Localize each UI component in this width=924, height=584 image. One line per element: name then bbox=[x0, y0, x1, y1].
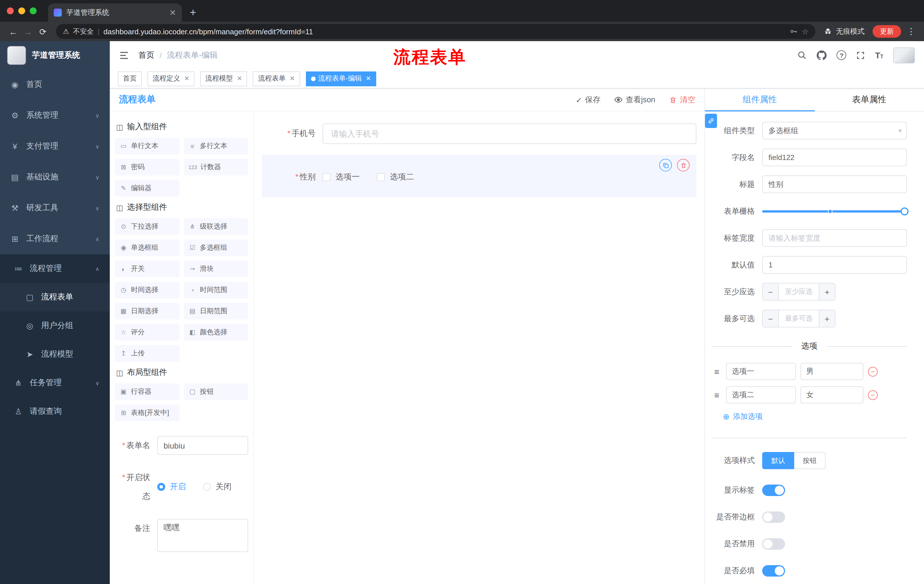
component-row-container[interactable]: ▣行容器 bbox=[115, 383, 179, 400]
title-input[interactable] bbox=[762, 175, 907, 193]
component-select[interactable]: ⊙下拉选择 bbox=[115, 218, 179, 235]
link-field-button[interactable] bbox=[705, 114, 717, 128]
sidebar-item-home[interactable]: ◉ 首页 bbox=[0, 69, 110, 100]
widget-phone[interactable]: *手机号 bbox=[262, 118, 696, 149]
address-bar[interactable]: ⚠ 不安全 | dashboard.yudao.iocoder.cn/bpm/m… bbox=[56, 24, 815, 39]
tag-process-model[interactable]: 流程模型 ✕ bbox=[200, 71, 247, 86]
component-time-picker[interactable]: ◷时间选择 bbox=[115, 282, 179, 298]
remove-option-button[interactable]: − bbox=[868, 367, 878, 376]
slider-handle[interactable] bbox=[901, 207, 909, 215]
browser-tab[interactable]: 芋道管理系统 ✕ bbox=[48, 3, 182, 22]
new-tab-button[interactable]: + bbox=[190, 7, 196, 18]
search-icon[interactable] bbox=[797, 50, 807, 60]
remove-option-button[interactable]: − bbox=[868, 390, 878, 400]
tag-process-definition[interactable]: 流程定义 ✕ bbox=[147, 71, 195, 86]
back-icon[interactable]: ← bbox=[6, 27, 21, 36]
breadcrumb-home[interactable]: 首页 bbox=[139, 50, 154, 60]
default-value-input[interactable] bbox=[762, 256, 907, 274]
sidebar-item-system[interactable]: ⚙ 系统管理 ∨ bbox=[0, 100, 110, 131]
option-value-input[interactable] bbox=[800, 363, 863, 380]
tab-close-icon[interactable]: ✕ bbox=[170, 8, 176, 16]
component-single-text[interactable]: ▭单行文本 bbox=[115, 138, 179, 154]
tag-process-form[interactable]: 流程表单 ✕ bbox=[253, 71, 300, 86]
sidebar-item-leave-query[interactable]: ♙ 请假查询 bbox=[0, 397, 110, 426]
component-type-select[interactable]: ▾ bbox=[762, 122, 907, 140]
component-type-value[interactable] bbox=[762, 122, 907, 140]
component-color-picker[interactable]: ◧颜色选择 bbox=[184, 324, 248, 341]
border-switch[interactable] bbox=[762, 512, 785, 523]
checkbox-option-2[interactable]: 选项二 bbox=[377, 172, 414, 182]
style-default-button[interactable]: 默认 bbox=[762, 452, 794, 469]
help-icon[interactable]: ? bbox=[837, 50, 846, 60]
component-switch[interactable]: ◐开关 bbox=[115, 261, 179, 277]
copy-widget-button[interactable] bbox=[659, 159, 672, 171]
decrease-button[interactable]: − bbox=[763, 310, 779, 327]
sidebar-item-workflow[interactable]: ⊞ 工作流程 ∧ bbox=[0, 224, 110, 254]
sidebar-item-process-mgmt[interactable]: ≔ 流程管理 ∧ bbox=[0, 254, 110, 283]
update-button[interactable]: 更新 bbox=[873, 25, 901, 38]
option-label-input[interactable] bbox=[726, 386, 796, 403]
radio-open[interactable]: 开启 bbox=[157, 482, 186, 492]
component-checkbox-group[interactable]: ☑多选框组 bbox=[184, 239, 248, 256]
forward-icon[interactable]: → bbox=[21, 27, 35, 36]
tag-process-form-edit[interactable]: 流程表单-编辑 ✕ bbox=[305, 71, 376, 86]
increase-button[interactable]: + bbox=[819, 283, 835, 300]
component-counter[interactable]: 123计数器 bbox=[184, 159, 248, 175]
option-value-input[interactable] bbox=[800, 386, 863, 403]
component-date-picker[interactable]: ▦日期选择 bbox=[115, 303, 179, 319]
sidebar-item-devtools[interactable]: ⚒ 研发工具 ∨ bbox=[0, 192, 110, 224]
sidebar-item-process-form[interactable]: ▢ 流程表单 bbox=[0, 283, 110, 311]
password-key-icon[interactable] bbox=[790, 28, 798, 35]
style-button-button[interactable]: 按钮 bbox=[794, 452, 826, 469]
component-button[interactable]: ▢按钮 bbox=[184, 383, 248, 400]
github-icon[interactable] bbox=[817, 50, 827, 60]
component-editor[interactable]: ✎编辑器 bbox=[115, 180, 179, 197]
show-label-switch[interactable] bbox=[762, 485, 785, 496]
close-icon[interactable]: ✕ bbox=[290, 76, 295, 82]
phone-input[interactable] bbox=[322, 123, 696, 144]
checkbox-option-1[interactable]: 选项一 bbox=[322, 172, 360, 182]
reload-icon[interactable]: ⟳ bbox=[35, 27, 50, 36]
minimize-window-button[interactable] bbox=[18, 7, 25, 14]
grid-slider[interactable] bbox=[762, 202, 907, 220]
decrease-button[interactable]: − bbox=[763, 283, 779, 300]
component-slider[interactable]: ⊸滑块 bbox=[184, 261, 248, 277]
label-width-input[interactable] bbox=[762, 229, 907, 247]
sidebar-item-user-group[interactable]: ◎ 用户分组 bbox=[0, 311, 110, 340]
tag-home[interactable]: 首页 bbox=[118, 71, 142, 86]
sidebar-item-infra[interactable]: ▤ 基础设施 ∨ bbox=[0, 162, 110, 192]
increase-button[interactable]: + bbox=[819, 310, 835, 327]
form-remark-input[interactable]: 嘿嘿 bbox=[157, 519, 248, 552]
drag-handle-icon[interactable]: ≡ bbox=[712, 390, 722, 400]
radio-closed[interactable]: 关闭 bbox=[203, 482, 231, 492]
bookmark-star-icon[interactable]: ☆ bbox=[802, 27, 808, 36]
browser-menu-icon[interactable]: ⋮ bbox=[907, 26, 916, 36]
component-time-range[interactable]: ◔时间范围 bbox=[184, 282, 248, 298]
save-button[interactable]: ✓ 保存 bbox=[576, 95, 601, 105]
fullscreen-icon[interactable] bbox=[856, 51, 865, 60]
view-json-button[interactable]: 查看json bbox=[614, 95, 655, 105]
max-select-placeholder[interactable]: 最多可选 bbox=[779, 310, 819, 327]
font-size-icon[interactable]: TT bbox=[875, 50, 883, 60]
component-rate[interactable]: ☆评分 bbox=[115, 324, 179, 341]
sidebar-item-process-model[interactable]: ➤ 流程模型 bbox=[0, 340, 110, 368]
field-name-input[interactable] bbox=[762, 148, 907, 166]
option-label-input[interactable] bbox=[726, 363, 796, 380]
component-password[interactable]: ⊠密码 bbox=[115, 159, 179, 175]
component-upload[interactable]: ↥上传 bbox=[115, 345, 179, 362]
close-icon[interactable]: ✕ bbox=[366, 76, 371, 82]
close-icon[interactable]: ✕ bbox=[184, 76, 189, 82]
component-cascader[interactable]: ⋔级联选择 bbox=[184, 218, 248, 235]
disabled-switch[interactable] bbox=[762, 538, 785, 550]
close-window-button[interactable] bbox=[7, 7, 14, 14]
component-radio-group[interactable]: ◉单选框组 bbox=[115, 239, 179, 256]
widget-gender-selected[interactable]: *性别 选项一 选项二 bbox=[262, 155, 696, 197]
avatar[interactable] bbox=[893, 47, 915, 63]
clear-button[interactable]: 清空 bbox=[669, 95, 695, 105]
close-icon[interactable]: ✕ bbox=[237, 76, 242, 82]
maximize-window-button[interactable] bbox=[30, 7, 36, 14]
add-option-button[interactable]: ⊕ 添加选项 bbox=[723, 411, 907, 422]
tab-form-props[interactable]: 表单属性 bbox=[815, 89, 924, 111]
delete-widget-button[interactable] bbox=[677, 159, 690, 171]
component-textarea[interactable]: ≡多行文本 bbox=[184, 138, 248, 154]
